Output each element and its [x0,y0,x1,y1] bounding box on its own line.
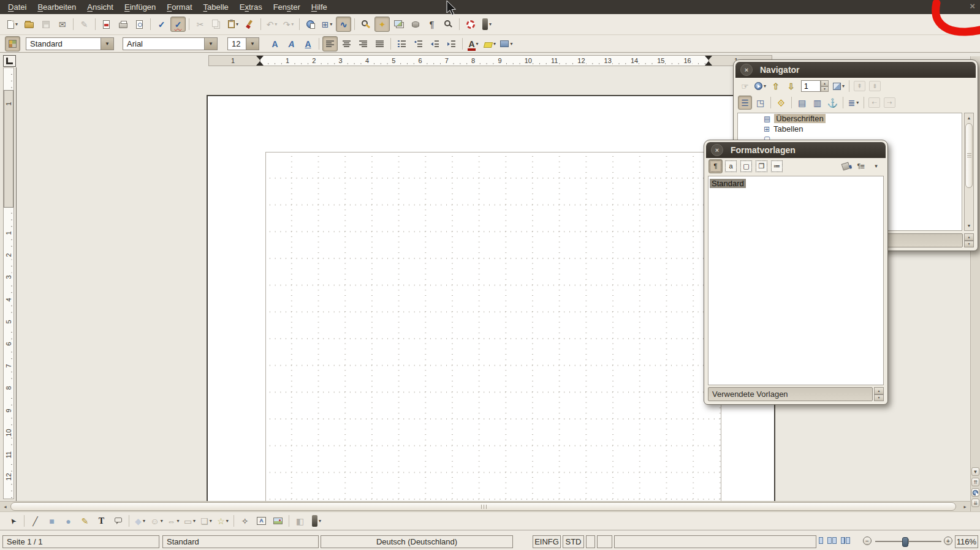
navigation-button[interactable] [971,488,979,497]
open-button[interactable] [21,17,37,32]
print-button[interactable] [115,17,131,32]
formatting-marks-button[interactable]: ¶ [424,17,439,32]
navlist-scroll-up-icon[interactable]: ▲ [965,114,973,122]
cut-button[interactable]: ✂ [192,17,208,32]
block-arrows-dropdown-icon[interactable]: ▾ [177,518,179,524]
view-layout-multi-icon-a[interactable] [827,537,832,544]
font-color-button[interactable]: A▾ [466,36,481,51]
menu-item-ansicht[interactable]: Ansicht [82,1,119,13]
align-right-button[interactable] [355,36,371,51]
navigator-footer-up-icon[interactable]: ▲ [964,233,974,241]
font-name-combo[interactable]: Arial ▼ [123,37,218,50]
align-center-button[interactable] [339,36,354,51]
zoom-level-indicator[interactable]: 116% [955,535,978,548]
decrease-indent-button[interactable] [427,36,443,51]
tree-item-label[interactable]: Tabellen [773,124,803,134]
redo-button[interactable]: ↷▾ [281,17,296,32]
auto-spellcheck-button[interactable]: ✓ [170,17,186,32]
scroll-right-icon[interactable]: ▸ [960,502,970,511]
edit-file-button[interactable]: ✎ [77,17,92,32]
navigator-titlebar[interactable]: × Navigator [735,62,976,78]
toolbar-options-dropdown-icon[interactable]: ▾ [489,21,492,27]
menu-item-extras[interactable]: Extras [234,1,268,13]
fontwork-gallery-button[interactable]: A [254,513,269,529]
vertical-ruler[interactable]: 1123456789101112 [3,67,14,499]
paste-button[interactable]: ▾ [226,17,241,32]
ellipse-button[interactable]: ● [61,513,76,529]
menu-item-tabelle[interactable]: Tabelle [198,1,234,13]
block-arrows-button[interactable]: ⇔▾ [165,513,181,529]
demote-chapter-button[interactable]: ⇟ [868,79,882,93]
list-styles-button[interactable]: ≔ [770,159,784,173]
view-layout-book-icon-b[interactable] [846,537,850,544]
style-list-item[interactable]: Standard [710,179,746,188]
next-button[interactable]: ⇩ [784,79,798,93]
zoom-button[interactable] [441,17,456,32]
drawbar-options-button[interactable]: ▾ [309,513,324,529]
navlist-scroll-down-icon[interactable]: ▼ [965,222,973,230]
undo-dropdown-icon[interactable]: ▾ [275,21,277,27]
navigator-footer-down-icon[interactable]: ▼ [964,241,974,248]
content-view-button[interactable]: ◳ [753,96,767,110]
navigation-button[interactable]: ▾ [753,79,767,93]
numbered-list-button[interactable] [394,36,409,51]
font-name-dropdown[interactable]: ▼ [204,37,218,50]
menu-item-format[interactable]: Format [161,1,197,13]
new-style-from-selection-button[interactable]: ¶≣ [854,159,868,173]
page-number-value[interactable]: 1 [801,80,821,92]
line-button[interactable]: ╱ [28,513,43,529]
rectangle-button[interactable]: ■ [44,513,59,529]
previous-page-button[interactable]: ⇈ [971,478,979,486]
tab-stop-type-button[interactable] [3,55,16,67]
symbol-shapes-dropdown-icon[interactable]: ▾ [161,518,163,524]
footer-button[interactable]: ▥ [810,96,824,110]
view-layout-multi-icon-b[interactable] [832,537,837,544]
view-layout-single-icon[interactable] [819,537,823,544]
freeform-line-button[interactable]: ✎ [77,513,93,529]
navlist-scrollbar-thumb[interactable] [965,123,973,188]
paragraph-style-combo[interactable]: Standard ▼ [26,37,114,50]
undo-button[interactable]: ↶▾ [264,17,279,32]
navigator-close-icon[interactable]: × [740,64,753,76]
navigator-toggle-button[interactable]: ✦ [374,17,390,32]
page-preview-button[interactable] [132,17,147,32]
align-left-button[interactable] [322,36,338,51]
zoom-slider-thumb[interactable] [902,537,908,547]
horizontal-ruler[interactable]: 1123456789101112131415161 [208,55,772,66]
styles-filter-dropdown[interactable]: Verwendete Vorlagen [708,387,873,401]
styles-footer-up-icon[interactable]: ▲ [874,387,884,394]
paragraph-styles-button[interactable]: ¶ [708,159,723,173]
callouts-dropdown-icon[interactable]: ▾ [210,518,212,524]
styles-close-icon[interactable]: × [711,144,723,156]
increase-indent-button[interactable] [444,36,459,51]
zoom-slider[interactable] [875,541,941,542]
redo-dropdown-icon[interactable]: ▾ [291,21,294,27]
page-number-down-icon[interactable]: ▼ [821,86,829,92]
stars-dropdown-icon[interactable]: ▾ [226,518,229,524]
page-number-up-icon[interactable]: ▲ [821,80,829,86]
styles-panel[interactable]: × Formatvorlagen ¶a▢❐≔¶≣▾ Standard Verwe… [704,140,888,405]
email-button[interactable]: ✉ [55,17,70,32]
modified-indicator[interactable] [586,535,595,548]
flowchart-button[interactable]: ▭▾ [182,513,197,529]
save-button[interactable] [38,17,53,32]
zoom-out-button[interactable]: − [863,537,872,545]
picture-from-file-button[interactable] [270,513,286,529]
text-grid-area[interactable] [265,152,721,501]
fill-format-mode-button[interactable] [838,159,853,173]
menu-item-hilfe[interactable]: Hilfe [306,1,333,13]
justify-button[interactable] [372,36,387,51]
menu-item-bearbeiten[interactable]: Bearbeiten [32,1,82,13]
flowchart-dropdown-icon[interactable]: ▾ [193,518,196,524]
styles-footer-down-icon[interactable]: ▼ [874,394,884,402]
menu-item-fenster[interactable]: Fenster [268,1,306,13]
paragraph-style-value[interactable]: Standard [26,37,101,50]
insert-mode-indicator[interactable]: EINFG [533,535,561,548]
styles-panel-toggle-button[interactable] [5,36,20,51]
toolbar-options-button[interactable]: ▾ [479,17,495,32]
list-box-toggle-button[interactable]: ☰ [738,96,752,110]
copy-button[interactable] [209,17,224,32]
navigator-list-scrollbar[interactable]: ▲ ▼ [964,113,974,231]
tree-item-label[interactable]: Überschriften [774,114,825,123]
horizontal-scrollbar-thumb[interactable] [10,502,956,511]
